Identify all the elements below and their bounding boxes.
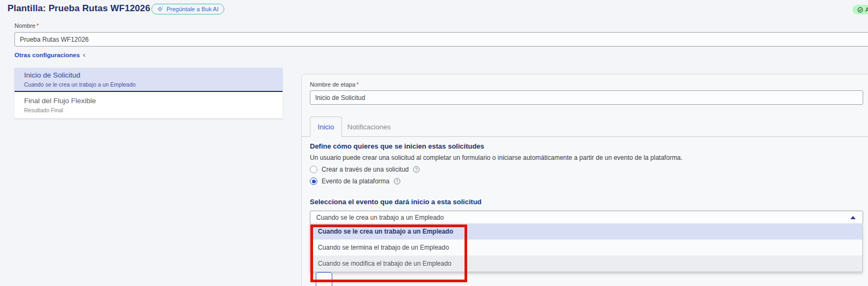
ask-buk-ai-button[interactable]: Pregúntale a Buk AI [151, 4, 224, 14]
stage-item-subtitle: Cuando se le crea un trabajo a un Emplea… [24, 81, 275, 88]
stage-detail-card: Nombre de etapa* Inicio Notificaciones D… [301, 74, 868, 286]
ask-buk-ai-label: Pregúntale a Buk AI [166, 6, 218, 12]
event-select[interactable]: Cuando se le crea un trabajo a un Emplea… [310, 211, 863, 224]
required-asterisk: * [356, 81, 359, 88]
event-select-value: Cuando se le crea un trabajo a un Emplea… [316, 214, 444, 221]
start-section-heading: Define cómo quieres que se inicien estas… [310, 142, 484, 150]
help-icon[interactable]: ? [413, 166, 420, 173]
template-name-input[interactable] [14, 32, 868, 47]
stage-list: Inicio de Solicitud Cuando se le crea un… [14, 68, 283, 119]
check-circle-icon [857, 7, 863, 13]
event-dropdown-menu: Cuando se le crea un trabajo a un Emplea… [310, 223, 863, 272]
sparkle-icon [157, 6, 164, 12]
start-section-description: Un usuario puede crear una solicitud al … [310, 154, 682, 161]
stage-name-input[interactable] [310, 90, 863, 105]
stage-item-final-del-flujo[interactable]: Final del Flujo Flexible Resultado Final [14, 92, 283, 119]
truncated-button[interactable] [316, 272, 332, 286]
other-settings-label: Otras configuraciones [14, 52, 80, 58]
stage-item-subtitle: Resultado Final [24, 107, 275, 113]
tab-notificaciones[interactable]: Notificaciones [347, 117, 391, 137]
dropdown-option-crea-trabajo[interactable]: Cuando se le crea un trabajo a un Emplea… [310, 223, 862, 239]
dropdown-option-modifica-trabajo[interactable]: Cuando se modifica el trabajo de un Empl… [310, 256, 862, 272]
radio-checked-icon[interactable] [310, 177, 317, 185]
radio-label: Evento de la plataforma [322, 177, 390, 185]
radio-unchecked-icon[interactable] [310, 166, 317, 173]
dropdown-option-termina-trabajo[interactable]: Cuando se termina el trabajo de un Emple… [310, 239, 862, 256]
radio-evento-plataforma[interactable]: Evento de la plataforma ? [310, 177, 400, 185]
radio-crear-solicitud[interactable]: Crear a través de una solicitud ? [310, 166, 420, 173]
chevron-left-icon: ‹ [83, 52, 85, 58]
page-title: Plantilla: Prueba Rutas WF12026 [7, 3, 150, 14]
status-badge: Ac [852, 5, 868, 14]
workflow-template-page: Plantilla: Prueba Rutas WF12026 Pregúnta… [0, 0, 868, 286]
stage-item-inicio-de-solicitud[interactable]: Inicio de Solicitud Cuando se le crea un… [14, 68, 283, 92]
stage-name-label: Nombre de etapa* [310, 81, 359, 88]
radio-label: Crear a través de una solicitud [322, 166, 409, 173]
event-section-heading: Selecciona el evento que dará inicio a e… [310, 198, 482, 206]
stage-item-title: Inicio de Solicitud [24, 71, 275, 79]
required-asterisk: * [36, 22, 39, 29]
chevron-up-icon [850, 216, 856, 219]
other-settings-link[interactable]: Otras configuraciones ‹ [14, 52, 85, 58]
stage-item-title: Final del Flujo Flexible [24, 97, 275, 105]
tab-inicio[interactable]: Inicio [310, 117, 342, 137]
status-badge-label: Ac [865, 6, 868, 13]
name-field-label: Nombre* [14, 22, 39, 29]
help-icon[interactable]: ? [394, 178, 400, 184]
